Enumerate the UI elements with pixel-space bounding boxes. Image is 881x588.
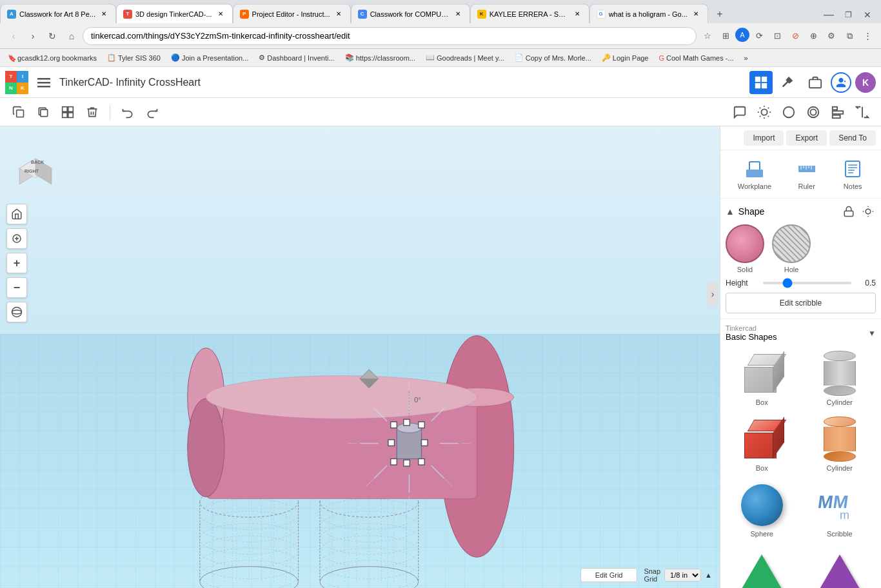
extension-puzzle-icon[interactable]: ⊞ bbox=[717, 28, 734, 44]
undo-button[interactable] bbox=[117, 101, 139, 123]
shape-item-pyramid-green[interactable] bbox=[726, 545, 798, 588]
shape-item-box-red[interactable]: Box bbox=[726, 414, 798, 475]
workplane-tool[interactable]: Workplane bbox=[733, 155, 777, 193]
more-icon[interactable]: ⊕ bbox=[805, 28, 822, 44]
sendto-button[interactable]: Send To bbox=[829, 130, 876, 146]
notes-tool[interactable]: Notes bbox=[836, 155, 869, 193]
light-tool[interactable] bbox=[753, 101, 775, 123]
bookmark-gcasdk[interactable]: 🔖 gcasdk12.org bookmarks bbox=[5, 53, 99, 63]
adblock-icon[interactable]: ⊘ bbox=[787, 28, 804, 44]
tab-6-close[interactable]: ✕ bbox=[691, 9, 701, 19]
close-window-button[interactable]: ✕ bbox=[859, 6, 876, 23]
tab-6[interactable]: G what is a holigram - Go... ✕ bbox=[589, 4, 708, 23]
shape-item-box-gray[interactable]: Box bbox=[726, 348, 798, 409]
edit-toolbar-right bbox=[729, 101, 873, 123]
extensions-icon[interactable]: ⊡ bbox=[769, 28, 786, 44]
shape-item-pyramid-purple[interactable] bbox=[804, 545, 876, 588]
zoom-in-button[interactable]: + bbox=[6, 253, 27, 273]
bookmark-tyler[interactable]: 📋 Tyler SIS 360 bbox=[104, 52, 163, 63]
shape-item-cyl-gray[interactable]: Cylinder bbox=[804, 348, 876, 409]
edit-scribble-button[interactable]: Edit scribble bbox=[726, 293, 876, 313]
forward-button[interactable]: › bbox=[25, 28, 41, 44]
scribble-preview: MM m bbox=[814, 482, 866, 527]
shape-collapse-arrow[interactable]: ▲ bbox=[726, 206, 735, 217]
shape-lock-icon[interactable] bbox=[841, 204, 856, 219]
bookmark-coolmath[interactable]: G Cool Math Games -... bbox=[657, 53, 737, 63]
tab-5-close[interactable]: ✕ bbox=[572, 9, 582, 19]
bookmark-goodreads[interactable]: 📖 Goodreads | Meet y... bbox=[423, 52, 507, 63]
fit-view-button[interactable] bbox=[6, 228, 27, 249]
user-avatar[interactable]: K bbox=[855, 72, 876, 93]
bookmark-classroom[interactable]: 📚 https://classroom... bbox=[342, 52, 418, 63]
sphere-blue-preview bbox=[736, 482, 787, 527]
hamburger-menu[interactable] bbox=[34, 72, 54, 93]
new-tab-button[interactable]: + bbox=[711, 5, 729, 23]
solid-type[interactable]: Solid bbox=[726, 224, 764, 273]
tab-1[interactable]: A Classwork for Art 8 Pe... ✕ bbox=[0, 4, 116, 23]
bookmark-more[interactable]: » bbox=[742, 53, 751, 63]
shape-item-cyl-orange[interactable]: Cylinder bbox=[804, 414, 876, 475]
extensions-btn2[interactable]: ⧉ bbox=[841, 28, 858, 44]
height-slider[interactable] bbox=[763, 282, 851, 284]
menu-dots[interactable]: ⋮ bbox=[859, 28, 876, 44]
tab-3[interactable]: P Project Editor - Instruct... ✕ bbox=[233, 4, 351, 23]
refresh-button[interactable]: ↻ bbox=[44, 28, 61, 44]
zoom-out-button[interactable]: − bbox=[6, 277, 27, 298]
home-button[interactable]: ⌂ bbox=[63, 28, 80, 44]
bookmark-copy[interactable]: 📄 Copy of Mrs. Morle... bbox=[512, 52, 594, 63]
category-dropdown-arrow[interactable]: ▼ bbox=[868, 329, 876, 338]
mirror-tool[interactable] bbox=[851, 101, 873, 123]
tab-5[interactable]: K KAYLEE ERRERA - STEM... ✕ bbox=[470, 4, 589, 23]
briefcase-button[interactable] bbox=[804, 71, 827, 94]
bookmark-dashboard[interactable]: ⚙ Dashboard | Inventi... bbox=[256, 52, 337, 63]
align-tool[interactable] bbox=[827, 101, 849, 123]
circle-tool[interactable] bbox=[802, 101, 824, 123]
snap-grid-select[interactable]: 1/8 in 1/4 in 1 in bbox=[664, 569, 701, 582]
snap-grid-arrow[interactable]: ▲ bbox=[705, 571, 712, 579]
tab-2[interactable]: T 3D design TinkerCAD-... ✕ bbox=[116, 4, 233, 23]
maximize-button[interactable]: ❐ bbox=[840, 6, 856, 23]
bookmark-join[interactable]: 🔵 Join a Presentation... bbox=[168, 52, 251, 63]
tab-3-close[interactable]: ✕ bbox=[333, 9, 344, 19]
sync-icon[interactable]: ⟳ bbox=[751, 28, 767, 44]
redo-button[interactable] bbox=[141, 101, 163, 123]
ruler-tool[interactable]: Ruler bbox=[791, 155, 823, 193]
shape-item-scribble[interactable]: MM m Scribble bbox=[804, 480, 876, 540]
shape-item-sphere-blue[interactable]: Sphere bbox=[726, 480, 798, 540]
svg-rect-3 bbox=[755, 76, 760, 81]
tab-4[interactable]: C Classwork for COMPUT... ✕ bbox=[351, 4, 470, 23]
viewport-bottom-controls: Edit Grid Snap Grid 1/8 in 1/4 in 1 in ▲ bbox=[580, 567, 712, 583]
tab-2-close[interactable]: ✕ bbox=[215, 9, 226, 19]
panel-collapse-arrow[interactable]: › bbox=[707, 282, 718, 306]
settings-icon[interactable]: ⚙ bbox=[823, 28, 840, 44]
shape-category: Tinkercad Basic Shapes ▼ bbox=[720, 319, 881, 588]
comment-tool[interactable] bbox=[729, 101, 751, 123]
shape-light-icon[interactable] bbox=[860, 204, 876, 219]
duplicate-button[interactable] bbox=[32, 101, 54, 123]
svg-line-19 bbox=[768, 115, 769, 116]
hole-type[interactable]: Hole bbox=[772, 224, 811, 273]
tab-4-close[interactable]: ✕ bbox=[453, 9, 463, 19]
tab-1-close[interactable]: ✕ bbox=[99, 9, 109, 19]
viewport[interactable]: RIGHT BACK + − bbox=[0, 126, 720, 588]
import-button[interactable]: Import bbox=[744, 130, 784, 146]
view-cube[interactable]: RIGHT BACK bbox=[13, 139, 58, 184]
minimize-button[interactable]: — bbox=[820, 6, 837, 23]
bookmark-star-icon[interactable]: ☆ bbox=[699, 28, 716, 44]
export-button[interactable]: Export bbox=[786, 130, 827, 146]
group-button[interactable] bbox=[57, 101, 79, 123]
bookmark-login[interactable]: 🔑 Login Page bbox=[599, 52, 651, 63]
home-view-button[interactable] bbox=[6, 204, 27, 224]
edit-grid-button[interactable]: Edit Grid bbox=[580, 568, 638, 582]
shape-selector-tool[interactable] bbox=[778, 101, 800, 123]
orbit-button[interactable] bbox=[6, 302, 27, 322]
back-button[interactable]: ‹ bbox=[5, 28, 22, 44]
address-bar[interactable] bbox=[83, 27, 697, 45]
add-person-button[interactable] bbox=[831, 72, 851, 93]
svg-line-23 bbox=[768, 107, 769, 108]
grid-view-button[interactable] bbox=[749, 71, 773, 94]
profile-icon[interactable]: A bbox=[735, 28, 749, 42]
delete-button[interactable] bbox=[81, 101, 103, 123]
copy-button[interactable] bbox=[8, 101, 30, 123]
hammer-button[interactable] bbox=[777, 71, 800, 94]
